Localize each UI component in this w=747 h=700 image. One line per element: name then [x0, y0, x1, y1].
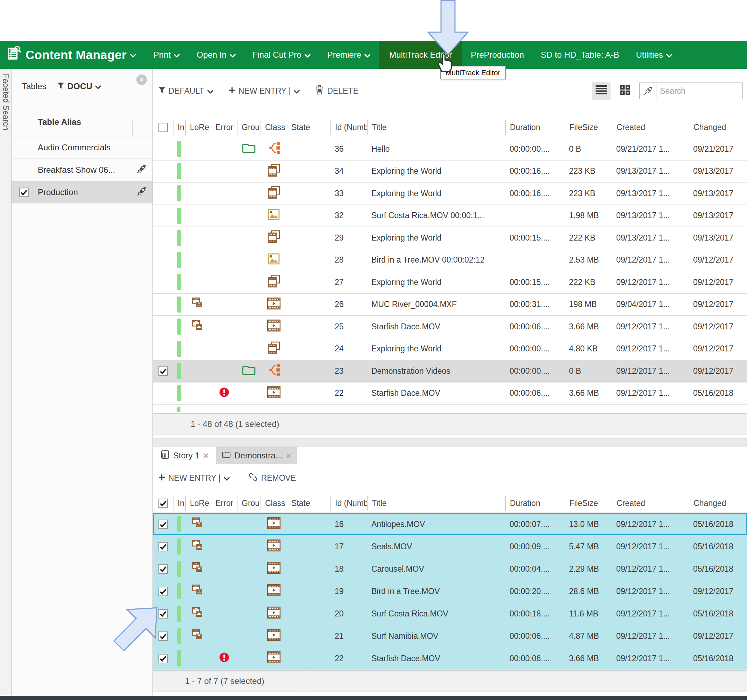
column-header-filesize[interactable]: FileSize — [565, 120, 612, 135]
table-row-id-29[interactable]: 29Exploring the World00:00:15....222 KB0… — [153, 227, 747, 249]
new-entry-button[interactable]: NEW ENTRY | — [229, 86, 300, 96]
cell-group — [237, 227, 260, 249]
search-input[interactable] — [656, 86, 742, 96]
cell-group — [237, 513, 260, 535]
select-all-checkbox[interactable] — [159, 123, 168, 132]
table-row-id-17[interactable]: 17Seals.MOV00:00:09....5.47 MB09/12/2017… — [153, 535, 747, 558]
rocket-icon[interactable] — [136, 186, 147, 199]
table-row-id-32[interactable]: 32Surf Costa Rica.MOV 00:00:1...1.98 MB0… — [153, 205, 747, 227]
column-header-duration[interactable]: Duration — [505, 496, 565, 511]
row-select-checkbox[interactable] — [159, 542, 168, 552]
column-header-state[interactable]: State — [287, 120, 331, 135]
column-header-changed[interactable]: Changed — [689, 496, 747, 511]
sidebar-table-row-production[interactable]: Production — [12, 181, 153, 204]
rocket-icon[interactable] — [136, 164, 147, 176]
table-select-checkbox[interactable] — [19, 187, 29, 197]
cell-error — [211, 625, 237, 647]
menu-item-final-cut-pro[interactable]: Final Cut Pro — [244, 41, 319, 69]
table-row-id-27[interactable]: 27Exploring the World00:00:15....222 KB0… — [153, 271, 747, 294]
column-header-lore[interactable]: LoRe — [185, 120, 211, 135]
tab-story-1[interactable]: Story 1× — [155, 447, 214, 464]
row-select-checkbox[interactable] — [159, 654, 168, 663]
cell-duration-text: 00:00:15.... — [510, 278, 550, 287]
column-header-in[interactable]: In — [173, 496, 185, 511]
column-header-state[interactable]: State — [287, 496, 331, 511]
menu-item-print[interactable]: Print — [145, 41, 188, 69]
panel-splitter[interactable] — [153, 438, 747, 446]
table-row-id-19[interactable]: 19Bird in a Tree.MOV00:00:20....28.6 MB0… — [153, 580, 747, 602]
cell-id: 25 — [331, 316, 367, 338]
delete-button[interactable]: DELETE — [315, 85, 358, 97]
table-row-id-22[interactable]: 22Starfish Dace.MOV00:00:06....3.66 MB09… — [153, 647, 747, 670]
cell-title: Surf Costa Rica.MOV 00:00:1... — [367, 205, 505, 227]
table-alias-header[interactable]: Table Alias — [38, 117, 81, 127]
table-row-id-16[interactable]: 16Antilopes.MOV00:00:07....13.0 MB09/12/… — [153, 513, 747, 535]
faceted-search-tab[interactable]: Faceted Search — [0, 69, 12, 170]
filter-value[interactable]: DOCU — [67, 82, 92, 91]
cell-in — [173, 160, 185, 183]
menu-item-sd-to-hd-table-a-b[interactable]: SD to HD_Table: A-B — [532, 41, 628, 69]
menu-item-premiere[interactable]: Premiere — [319, 41, 379, 69]
column-header-class[interactable]: Class — [260, 496, 287, 511]
table-row-id-23[interactable]: 23Demonstration Videos00:00:00....0 B09/… — [153, 360, 747, 383]
select-all-checkbox[interactable] — [159, 499, 168, 508]
table-row-id-18[interactable]: 18Carousel.MOV00:00:04....2.29 MB09/12/2… — [153, 558, 747, 580]
cell-state — [287, 249, 331, 271]
table-row-id-28[interactable]: 28Bird in a Tree.MOV 00:00:02:122.53 MB0… — [153, 249, 747, 272]
new-entry-button[interactable]: NEW ENTRY | — [159, 473, 230, 483]
sidebar-table-row-audio-commercials[interactable]: Audio Commercials — [12, 136, 153, 159]
cell-id: 18 — [331, 558, 367, 580]
remove-button[interactable]: REMOVE — [248, 472, 296, 484]
list-view-button[interactable] — [592, 82, 611, 100]
column-header-class[interactable]: Class — [260, 120, 287, 135]
app-brand[interactable]: Content Manager — [0, 41, 145, 69]
table-row-id-34[interactable]: 34Exploring the World00:00:16....223 KB0… — [153, 160, 747, 183]
table-row-id-22[interactable]: 22Starfish Dace.MOV00:00:06....3.66 MB09… — [153, 383, 747, 405]
close-icon[interactable]: × — [286, 451, 291, 460]
column-header-id-numb[interactable]: Id (Numb — [331, 496, 367, 511]
column-header-duration[interactable]: Duration — [505, 120, 565, 135]
column-header-changed[interactable]: Changed — [689, 120, 747, 135]
row-select-checkbox[interactable] — [159, 587, 168, 596]
rocket-search-icon[interactable] — [640, 83, 656, 99]
column-header-lore[interactable]: LoRe — [185, 496, 211, 511]
cell-filesize-text: 3.66 MB — [569, 322, 599, 331]
column-header-created[interactable]: Created — [612, 496, 689, 511]
column-header-grou[interactable]: Grou — [237, 496, 260, 511]
column-header-grou[interactable]: Grou — [237, 120, 260, 135]
table-row-id-20[interactable]: 20Surf Costa Rica.MOV00:00:18....11.6 MB… — [153, 602, 747, 625]
filter-icon[interactable] — [57, 82, 64, 91]
cell-error — [211, 271, 237, 293]
table-row-id-33[interactable]: 33Exploring the World00:00:16....223 KB0… — [153, 183, 747, 205]
menu-item-open-in[interactable]: Open In — [188, 41, 244, 69]
cell-group — [237, 205, 260, 227]
tab-demonstra[interactable]: Demonstra...× — [216, 447, 297, 464]
column-header-error[interactable]: Error — [211, 120, 237, 135]
menu-item-preproduction[interactable]: PreProduction — [462, 41, 532, 69]
column-header-in[interactable]: In — [173, 120, 185, 135]
column-header-id-numb[interactable]: Id (Numb — [331, 120, 367, 135]
cell-group — [237, 558, 260, 580]
column-header-title[interactable]: Title — [367, 120, 505, 135]
cell-state — [287, 160, 331, 183]
table-row-id-36[interactable]: 36Hello00:00:00....0 B09/21/2017 1...09/… — [153, 138, 747, 160]
menu-item-utilities[interactable]: Utilities — [628, 41, 680, 69]
close-icon[interactable]: × — [203, 451, 209, 460]
row-select-checkbox[interactable] — [159, 366, 168, 376]
table-row-id-26[interactable]: 26MUC River_00004.MXF00:00:31....198 MB0… — [153, 294, 747, 316]
column-header-title[interactable]: Title — [367, 496, 505, 511]
table-row-id-25[interactable]: 25Starfish Dace.MOV00:00:06....3.66 MB09… — [153, 316, 747, 338]
sidebar-table-row-breakfast-show-06[interactable]: Breakfast Show 06... — [12, 159, 153, 181]
column-header-filesize[interactable]: FileSize — [565, 496, 612, 511]
chevron-down-icon[interactable] — [95, 82, 101, 91]
table-row-id-24[interactable]: 24Exploring the World00:00:00....4.80 KB… — [153, 338, 747, 360]
default-filter-button[interactable]: DEFAULT — [159, 86, 213, 96]
column-header-error[interactable]: Error — [211, 496, 237, 511]
row-select-checkbox[interactable] — [159, 520, 168, 529]
row-select-checkbox[interactable] — [159, 564, 168, 574]
close-icon[interactable]: × — [136, 74, 147, 85]
grid-view-button[interactable] — [615, 82, 634, 100]
table-row-id-21[interactable]: 21Surf Namibia.MOV00:00:06....4.87 MB09/… — [153, 625, 747, 647]
column-header-created[interactable]: Created — [612, 120, 689, 135]
cell-in — [173, 513, 185, 535]
